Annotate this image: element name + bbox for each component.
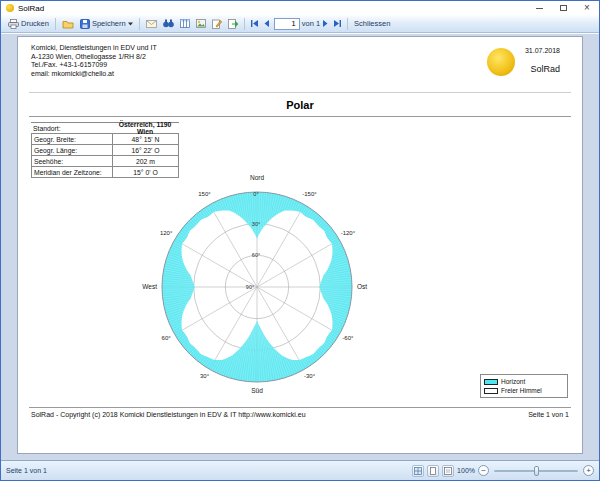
- close-button[interactable]: ×: [575, 1, 599, 15]
- window-title: SolRad: [18, 4, 44, 13]
- azimuth-label: 30°: [200, 373, 210, 379]
- minimize-button[interactable]: [527, 1, 551, 15]
- nav-next-icon: [322, 19, 329, 28]
- statusbar: Seite 1 von 1 100% − +: [1, 460, 599, 480]
- maximize-icon: [560, 5, 567, 11]
- legend-row: Freier Himmel: [484, 386, 564, 395]
- maximize-button[interactable]: [551, 1, 575, 15]
- view-whole-page-button[interactable]: [442, 465, 454, 477]
- report-date: 31.07.2018: [525, 47, 560, 54]
- azimuth-label: -150°: [302, 191, 317, 197]
- zoom-percent: 100%: [457, 467, 475, 474]
- azimuth-label: 150°: [198, 191, 211, 197]
- nav-first-icon: [250, 19, 259, 28]
- print-icon: [8, 19, 19, 29]
- picture-button[interactable]: [193, 18, 209, 29]
- close-report-label: Schliessen: [354, 19, 390, 28]
- prev-page-button[interactable]: [261, 18, 272, 29]
- save-label: Speichern: [92, 19, 126, 28]
- elevation-label: 90°: [246, 284, 254, 290]
- table-row: Geogr. Länge:16° 22' O: [31, 144, 179, 156]
- export-button[interactable]: [225, 18, 241, 30]
- dropdown-icon: [128, 22, 133, 26]
- footer-page-number: Seite 1 von 1: [528, 411, 569, 418]
- view-single-page-button[interactable]: [412, 465, 424, 477]
- polar-chart: Nord-150°-120°Ost-60°-30°Süd30°60°West12…: [137, 165, 377, 405]
- azimuth-label: -120°: [341, 230, 356, 236]
- company-line: A-1230 Wien, Othellogasse 1/RH 8/2: [31, 53, 157, 62]
- document-area[interactable]: Komicki, Dienstleistungen in EDV und IT …: [1, 33, 599, 460]
- zoom-slider-thumb[interactable]: [534, 466, 539, 476]
- view-grid-icon: [414, 467, 422, 475]
- email-button[interactable]: [143, 19, 160, 29]
- email-icon: [146, 20, 157, 28]
- company-line: Komicki, Dienstleistungen in EDV und IT: [31, 44, 157, 53]
- logo-text: SolRad: [530, 64, 560, 74]
- report-page: Komicki, Dienstleistungen in EDV und IT …: [17, 36, 583, 454]
- minimize-icon: [536, 8, 543, 9]
- azimuth-label: 120°: [160, 230, 173, 236]
- save-icon: [80, 19, 90, 29]
- azimuth-label: -60°: [342, 335, 354, 341]
- sun-logo-icon: [487, 48, 515, 76]
- app-sun-icon: [6, 4, 14, 12]
- header-divider: [29, 92, 571, 93]
- print-button[interactable]: Drucken: [5, 18, 52, 30]
- columns-button[interactable]: [177, 18, 193, 29]
- footer-divider: [29, 407, 571, 408]
- elevation-label: 0°: [253, 191, 258, 197]
- azimuth-label: 60°: [162, 335, 172, 341]
- edit-icon: [212, 19, 222, 29]
- open-folder-icon: [62, 19, 74, 29]
- toolbar: Drucken Speichern: [1, 15, 599, 33]
- report-title: Polar: [18, 99, 582, 111]
- cardinal-label: West: [142, 283, 157, 290]
- legend-row: Horizont: [484, 377, 564, 386]
- close-report-button[interactable]: Schliessen: [351, 18, 393, 29]
- print-label: Drucken: [21, 19, 49, 28]
- search-button[interactable]: [160, 18, 177, 29]
- next-page-button[interactable]: [320, 18, 331, 29]
- table-row: Standort:Österreich, 1190 Wien: [31, 122, 179, 134]
- columns-icon: [180, 19, 190, 28]
- toolbar-separator: [139, 18, 140, 30]
- company-line: email: mkomicki@chello.at: [31, 70, 157, 79]
- table-row: Geogr. Breite:48° 15' N: [31, 133, 179, 145]
- legend-label: Horizont: [501, 378, 525, 385]
- titlebar: SolRad ×: [1, 1, 599, 15]
- view-page-width-button[interactable]: [427, 465, 439, 477]
- elevation-label: 60°: [252, 252, 260, 258]
- zoom-slider[interactable]: [494, 470, 578, 472]
- free-sky-swatch: [484, 388, 498, 394]
- statusbar-page-label: Seite 1 von 1: [6, 467, 47, 474]
- page-number-input[interactable]: [274, 18, 300, 30]
- edit-button[interactable]: [209, 18, 225, 30]
- close-icon: ×: [584, 3, 590, 13]
- legend-label: Freier Himmel: [501, 387, 542, 394]
- cardinal-label: Nord: [250, 174, 264, 181]
- export-icon: [228, 19, 238, 29]
- toolbar-separator: [347, 18, 348, 30]
- footer-copyright: SolRad - Copyright (c) 2018 Komicki Dien…: [31, 411, 306, 418]
- image-icon: [196, 19, 206, 28]
- elevation-label: 30°: [252, 221, 260, 227]
- chart-legend: Horizont Freier Himmel: [480, 374, 568, 398]
- last-page-button[interactable]: [331, 18, 344, 29]
- open-button[interactable]: [59, 18, 77, 30]
- toolbar-separator: [55, 18, 56, 30]
- toolbar-separator: [244, 18, 245, 30]
- cardinal-label: Süd: [251, 387, 263, 394]
- company-address: Komicki, Dienstleistungen in EDV und IT …: [31, 44, 157, 78]
- save-button[interactable]: Speichern: [77, 18, 136, 30]
- page-of-label: von 1: [302, 19, 320, 28]
- zoom-in-button[interactable]: +: [583, 465, 594, 476]
- view-page-icon: [429, 467, 437, 475]
- binoculars-icon: [163, 19, 174, 28]
- view-fit-icon: [444, 467, 452, 475]
- zoom-out-button[interactable]: −: [478, 465, 489, 476]
- first-page-button[interactable]: [248, 18, 261, 29]
- title-divider: [29, 116, 571, 117]
- nav-prev-icon: [263, 19, 270, 28]
- horizon-swatch: [484, 379, 498, 385]
- app-window: SolRad × Drucken Speichern: [0, 0, 600, 481]
